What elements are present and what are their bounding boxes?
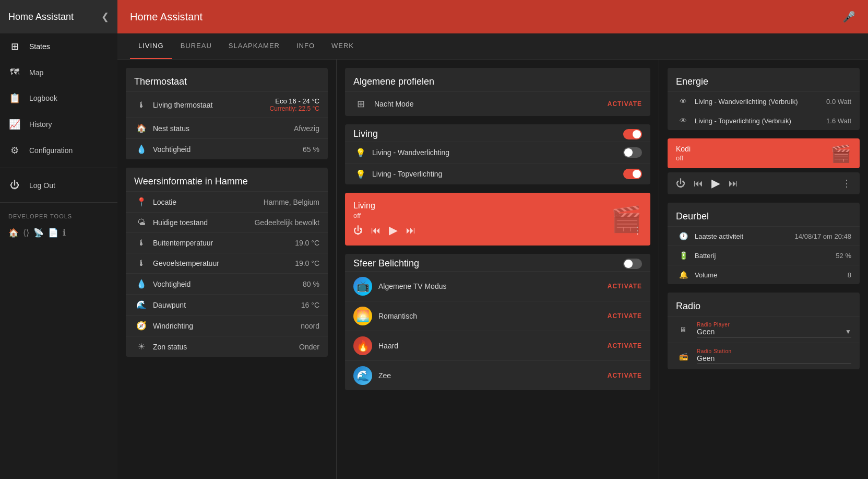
batterij-value: 52 %: [836, 252, 851, 260]
living-toggle[interactable]: [623, 129, 642, 139]
vochtigheid-value: 65 %: [303, 145, 319, 154]
top-bar: Home Assistant 🎤: [117, 0, 868, 33]
tabs-bar: LIVING BUREAU SLAAPKAMER INFO WERK: [117, 33, 868, 60]
buiten-temp-label: Buitentemperatuur: [153, 239, 295, 247]
kodi-media-card: Kodi off 🎬: [668, 138, 860, 168]
logbook-icon: 📋: [8, 92, 21, 104]
wandverlichting-energie-row: 👁 Living - Wandverlichting (Verbruik) 0.…: [668, 91, 860, 111]
topverlichting-toggle[interactable]: [623, 169, 642, 179]
dev-tool-code-icon[interactable]: ⟨⟩: [23, 228, 29, 238]
tab-bureau[interactable]: BUREAU: [172, 33, 220, 59]
sidebar-title: Home Assistant: [8, 11, 74, 22]
tab-werk[interactable]: WERK: [323, 33, 362, 59]
windrichting-label: Windrichting: [153, 322, 301, 330]
eye-icon2: 👁: [676, 116, 691, 125]
dauwpunt-label: Dauwpunt: [153, 301, 301, 309]
radio-player-value: Geen: [697, 328, 715, 336]
light-icon-off: 💡: [353, 148, 368, 158]
sfeer-zee-activate[interactable]: ACTIVATE: [608, 372, 642, 379]
topverlichting-energie-label: Living - Topverlichting (Verbruik): [695, 117, 826, 125]
sidebar-item-label: History: [29, 120, 52, 128]
radio-player-dropdown[interactable]: ▼: [845, 328, 851, 335]
sfeer-rom-label: Romantisch: [378, 312, 601, 320]
sidebar-item-logbook[interactable]: 📋 Logbook: [0, 85, 117, 111]
thermostaat-card: Thermostaat 🌡 Living thermostaat Eco 16 …: [126, 68, 328, 159]
sidebar-divider: [0, 168, 117, 168]
sidebar-item-label: Map: [29, 68, 43, 77]
logout-icon: ⏻: [8, 180, 21, 191]
mic-icon[interactable]: 🎤: [842, 10, 855, 23]
volume-label: Volume: [695, 271, 848, 279]
map-icon: 🗺: [8, 67, 21, 78]
sidebar-item-history[interactable]: 📈 History: [0, 111, 117, 137]
sidebar-item-states[interactable]: ⊞ States: [0, 33, 117, 60]
sfeer-zee-row: 🌊 Zee ACTIVATE: [345, 360, 650, 390]
kodi-play-icon[interactable]: ▶: [711, 177, 720, 190]
kodi-next-icon[interactable]: ⏭: [729, 178, 738, 189]
living-media-controls: ⏻ ⏮ ▶ ⏭ ⋮: [353, 219, 642, 237]
play-icon[interactable]: ▶: [389, 224, 398, 237]
deurbel-card: Deurbel 🕐 Laatste activiteit 14/08/17 om…: [668, 203, 860, 284]
sfeer-haard-label: Haard: [378, 342, 601, 350]
deurbel-title: Deurbel: [668, 203, 860, 226]
nacht-mode-activate[interactable]: ACTIVATE: [608, 100, 642, 108]
sfeer-haard-activate[interactable]: ACTIVATE: [608, 342, 642, 349]
sidebar-collapse-icon[interactable]: ❮: [101, 11, 109, 22]
thermostat-living-label: Living thermostaat: [153, 101, 269, 109]
thermostat-living-row: 🌡 Living thermostaat Eco 16 - 24 °C Curr…: [126, 91, 328, 118]
clock-icon: 🕐: [676, 232, 691, 240]
sidebar-nav: ⊞ States 🗺 Map 📋 Logbook 📈 History ⚙ Con…: [0, 33, 117, 479]
wandverlichting-toggle[interactable]: [623, 147, 642, 158]
dew-icon: 🌊: [134, 300, 149, 310]
dev-tool-home-icon[interactable]: 🏠: [8, 228, 19, 238]
radio-station-icon: 📻: [676, 352, 691, 360]
thermometer-icon: 🌡: [134, 100, 149, 110]
radio-player-field: Radio Player Geen ▼: [697, 322, 851, 337]
sidebar-item-logout[interactable]: ⏻ Log Out: [0, 172, 117, 198]
dev-tool-file-icon[interactable]: 📄: [48, 228, 58, 238]
sidebar-item-label: Log Out: [29, 181, 55, 190]
topverlichting-row: 💡 Living - Topverlichting: [345, 163, 650, 184]
wandverlichting-energie-value: 0.0 Watt: [826, 98, 851, 106]
huidige-toestand-row: 🌤 Huidige toestand Gedeeltelijk bewolkt: [126, 212, 328, 232]
sfeer-title: Sfeer Belichting: [353, 258, 623, 269]
dauwpunt-value: 16 °C: [301, 301, 319, 309]
prev-icon[interactable]: ⏮: [371, 225, 381, 236]
sfeer-toggle[interactable]: [623, 259, 642, 269]
tab-living[interactable]: LIVING: [130, 33, 172, 59]
dev-tool-api-icon[interactable]: 📡: [33, 228, 44, 238]
power-icon[interactable]: ⏻: [353, 225, 363, 236]
kodi-status: off: [676, 154, 814, 162]
tab-info[interactable]: INFO: [288, 33, 323, 59]
next-icon[interactable]: ⏭: [406, 225, 415, 236]
tab-slaapkamer[interactable]: SLAAPKAMER: [220, 33, 288, 59]
thermostaat-title: Thermostaat: [126, 68, 328, 91]
states-icon: ⊞: [8, 41, 21, 52]
sidebar-header: Home Assistant ❮: [0, 0, 117, 33]
sidebar-item-configuration[interactable]: ⚙ Configuration: [0, 137, 117, 163]
buiten-temp-value: 19.0 °C: [295, 239, 319, 247]
location-icon: 📍: [134, 197, 149, 207]
sfeer-rom-activate[interactable]: ACTIVATE: [608, 312, 642, 320]
sfeer-tv-activate[interactable]: ACTIVATE: [608, 283, 642, 290]
volume-value: 8: [848, 271, 851, 279]
sfeer-header: Sfeer Belichting: [345, 254, 650, 271]
zon-value: Onder: [299, 343, 319, 351]
radio-title: Radio: [668, 293, 860, 316]
kodi-prev-icon[interactable]: ⏮: [694, 178, 703, 189]
content-area: Thermostaat 🌡 Living thermostaat Eco 16 …: [117, 60, 868, 479]
sfeer-tv-label: Algemene TV Modus: [378, 282, 601, 290]
eco-current: Currently: 22.5 °C: [269, 105, 319, 112]
middle-column: Algemene profielen ⊞ Nacht Mode ACTIVATE…: [337, 60, 659, 479]
wandverlichting-energie-label: Living - Wandverlichting (Verbruik): [695, 98, 826, 106]
nacht-mode-row: ⊞ Nacht Mode ACTIVATE: [345, 91, 650, 116]
vochtigheid2-row: 💧 Vochtigheid 80 %: [126, 273, 328, 294]
locatie-value: Hamme, Belgium: [264, 198, 319, 206]
living-card: Living 💡 Living - Wandverlichting 💡 Livi…: [345, 124, 650, 184]
algemene-profielen-title: Algemene profielen: [345, 68, 650, 91]
kodi-more-icon[interactable]: ⋮: [842, 178, 851, 189]
dev-tool-info-icon[interactable]: ℹ: [63, 228, 66, 238]
living-media-icon: 🎬: [611, 205, 642, 234]
sidebar-item-map[interactable]: 🗺 Map: [0, 60, 117, 85]
kodi-power-icon[interactable]: ⏻: [676, 178, 685, 189]
